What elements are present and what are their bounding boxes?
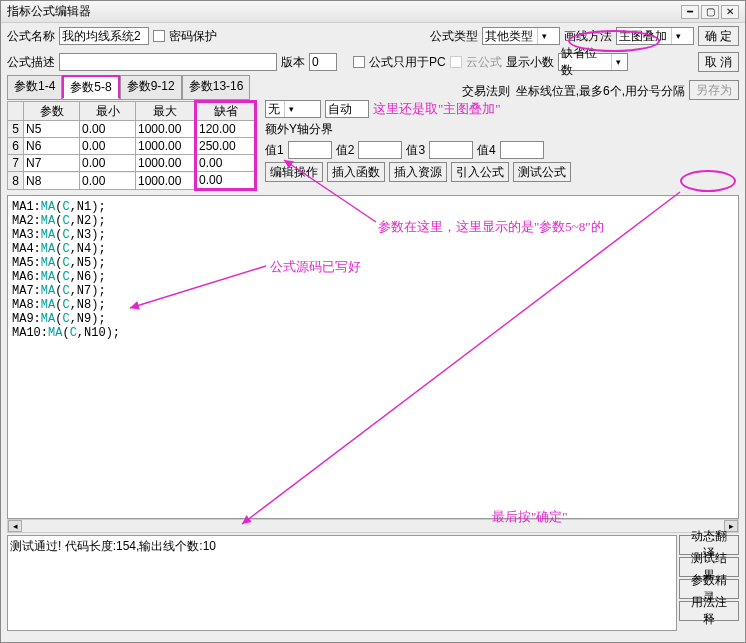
param-max-input[interactable] — [136, 173, 194, 189]
value4-input[interactable] — [500, 141, 544, 159]
minimize-button[interactable]: ━ — [681, 5, 699, 19]
col-name: 参数 — [24, 102, 80, 121]
param-max-input[interactable] — [136, 155, 194, 171]
param-table-wrap: 参数 最小 最大 缺省 5 6 7 8 — [7, 100, 257, 191]
edit-action-button[interactable]: 编辑操作 — [265, 162, 323, 182]
param-name-input[interactable] — [24, 173, 79, 189]
param-name-input[interactable] — [24, 155, 79, 171]
tab-params-1-4[interactable]: 参数1-4 — [7, 75, 62, 99]
saveas-button[interactable]: 另存为 — [689, 80, 739, 100]
type-select[interactable]: 其他类型▾ — [482, 27, 560, 45]
insert-func-button[interactable]: 插入函数 — [327, 162, 385, 182]
pwd-checkbox[interactable] — [153, 30, 165, 42]
auto-input[interactable] — [325, 100, 369, 118]
maximize-button[interactable]: ▢ — [701, 5, 719, 19]
param-min-input[interactable] — [80, 138, 135, 154]
rule-label: 交易法则 — [462, 83, 510, 100]
value1-input[interactable] — [288, 141, 332, 159]
table-row: 6 — [8, 138, 256, 155]
value2-input[interactable] — [358, 141, 402, 159]
cancel-button[interactable]: 取 消 — [698, 52, 739, 72]
tab-params-5-8[interactable]: 参数5-8 — [62, 75, 119, 99]
row-formula-name: 公式名称 密码保护 公式类型 其他类型▾ 画线方法 主图叠加▾ 确 定 — [1, 23, 745, 49]
table-row: 5 — [8, 121, 256, 138]
desc-label: 公式描述 — [7, 54, 55, 71]
usage-note-button[interactable]: 用法注释 — [679, 601, 739, 621]
param-def-input[interactable] — [197, 172, 254, 188]
chevron-down-icon[interactable]: ▾ — [671, 28, 685, 44]
side-buttons: 动态翻译 测试结果 参数精灵 用法注释 — [679, 535, 739, 631]
pc-checkbox[interactable] — [353, 56, 365, 68]
tab-params-13-16[interactable]: 参数13-16 — [182, 75, 251, 99]
annotation-1: 这里还是取"主图叠加" — [373, 100, 501, 118]
row-formula-desc: 公式描述 版本 公式只用于PC 云公式 显示小数 缺省位数▾ 取 消 — [1, 49, 745, 75]
cloud-label: 云公式 — [466, 54, 502, 71]
titlebar: 指标公式编辑器 ━ ▢ ✕ — [1, 1, 745, 23]
param-min-input[interactable] — [80, 121, 135, 137]
table-row: 7 — [8, 155, 256, 172]
close-button[interactable]: ✕ — [721, 5, 739, 19]
value3-input[interactable] — [429, 141, 473, 159]
param-max-input[interactable] — [136, 138, 194, 154]
import-formula-button[interactable]: 引入公式 — [451, 162, 509, 182]
type-label: 公式类型 — [430, 28, 478, 45]
param-table: 参数 最小 最大 缺省 5 6 7 8 — [7, 100, 257, 191]
window-title: 指标公式编辑器 — [7, 3, 679, 20]
ver-label: 版本 — [281, 54, 305, 71]
action-buttons: 编辑操作 插入函数 插入资源 引入公式 测试公式 — [265, 162, 739, 182]
right-panel: 无▾ 这里还是取"主图叠加" 额外Y轴分界 值1 值2 值3 值4 编辑操作 插… — [257, 100, 739, 191]
ok-button[interactable]: 确 定 — [698, 26, 739, 46]
param-def-input[interactable] — [197, 138, 254, 154]
chevron-down-icon[interactable]: ▾ — [537, 28, 551, 44]
param-min-input[interactable] — [80, 173, 135, 189]
cloud-checkbox — [450, 56, 462, 68]
extra-y-label: 额外Y轴分界 — [265, 121, 333, 138]
scroll-left-icon[interactable]: ◂ — [8, 520, 22, 532]
draw-label: 画线方法 — [564, 28, 612, 45]
param-def-input[interactable] — [197, 121, 254, 137]
test-formula-button[interactable]: 测试公式 — [513, 162, 571, 182]
param-def-input[interactable] — [197, 155, 254, 171]
ver-input[interactable] — [309, 53, 337, 71]
desc-input[interactable] — [59, 53, 277, 71]
param-name-input[interactable] — [24, 121, 79, 137]
coord-label: 坐标线位置,最多6个,用分号分隔 — [516, 83, 685, 100]
dec-select[interactable]: 缺省位数▾ — [558, 53, 628, 71]
name-label: 公式名称 — [7, 28, 55, 45]
chevron-down-icon[interactable]: ▾ — [611, 54, 625, 70]
pc-label: 公式只用于PC — [369, 54, 446, 71]
code-editor[interactable]: MA1:MA(C,N1); MA2:MA(C,N2); MA3:MA(C,N3)… — [7, 195, 739, 519]
h-scrollbar[interactable]: ◂ ▸ — [7, 519, 739, 533]
name-input[interactable] — [59, 27, 149, 45]
draw-select[interactable]: 主图叠加▾ — [616, 27, 694, 45]
col-min: 最小 — [80, 102, 136, 121]
param-name-input[interactable] — [24, 138, 79, 154]
param-min-input[interactable] — [80, 155, 135, 171]
rule-select[interactable]: 无▾ — [265, 100, 321, 118]
col-max: 最大 — [136, 102, 196, 121]
tab-params-9-12[interactable]: 参数9-12 — [120, 75, 182, 99]
status-output: 测试通过! 代码长度:154,输出线个数:10 — [7, 535, 677, 631]
table-row: 8 — [8, 172, 256, 190]
insert-res-button[interactable]: 插入资源 — [389, 162, 447, 182]
col-default: 缺省 — [196, 102, 256, 121]
dec-label: 显示小数 — [506, 54, 554, 71]
chevron-down-icon[interactable]: ▾ — [284, 101, 298, 117]
pwd-label: 密码保护 — [169, 28, 217, 45]
param-max-input[interactable] — [136, 121, 194, 137]
